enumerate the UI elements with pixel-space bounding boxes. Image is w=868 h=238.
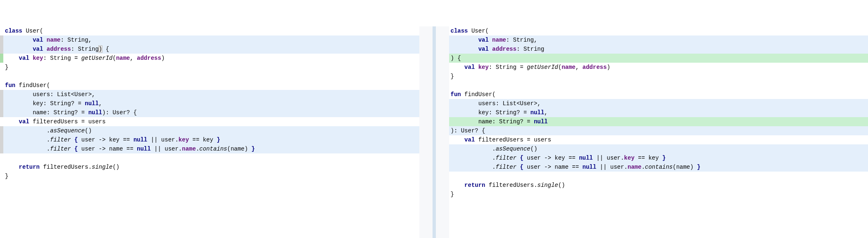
code-content: class User( — [3, 28, 419, 34]
code-content: } — [3, 64, 419, 71]
token: filter — [496, 155, 516, 161]
code-line[interactable]: val name: String, — [449, 35, 868, 45]
code-line[interactable]: class User( — [0, 26, 419, 35]
token: asSequence — [496, 146, 530, 152]
token: return — [464, 182, 489, 189]
code-line[interactable]: .filter { user -> key == null || user.ke… — [0, 135, 419, 144]
token: return — [19, 164, 43, 170]
token: } — [662, 155, 666, 161]
token: address — [492, 46, 516, 52]
code-content: name: String? = null): User? { — [3, 109, 419, 116]
diff-marker — [0, 63, 3, 72]
token: == key — [635, 155, 662, 161]
token: ): User? { — [451, 127, 485, 134]
code-line[interactable]: val filteredUsers = users — [0, 117, 419, 126]
code-line[interactable]: } — [449, 190, 868, 199]
code-line[interactable]: key: String? = null, — [0, 99, 419, 108]
token: name — [561, 64, 575, 71]
code-content: return filteredUsers.single() — [449, 182, 868, 189]
code-content: .filter { user -> key == null || user.ke… — [3, 137, 419, 143]
code-line[interactable]: ): User? { — [449, 126, 868, 135]
token: : String — [516, 46, 544, 52]
code-line[interactable]: .filter { user -> name == null || user.n… — [0, 144, 419, 153]
code-line[interactable] — [449, 81, 868, 90]
token: key — [478, 64, 489, 71]
token: } — [451, 73, 454, 80]
token: val — [33, 46, 47, 52]
token: name — [628, 164, 642, 170]
code-line[interactable]: name: String? = null — [449, 117, 868, 126]
token: null — [530, 109, 545, 116]
code-line[interactable]: } — [0, 172, 419, 181]
token: key: String? = — [5, 100, 85, 107]
token — [451, 182, 465, 189]
token: filteredUsers = users — [478, 137, 551, 143]
code-line[interactable]: val name: String, — [0, 35, 419, 45]
token — [516, 155, 520, 161]
diff-viewer: class User( val name: String, val addres… — [0, 26, 868, 238]
code-line[interactable]: .asSequence() — [449, 144, 868, 153]
token: name — [182, 146, 196, 152]
code-line[interactable]: val filteredUsers = users — [449, 135, 868, 144]
token: ) — [99, 46, 102, 52]
token: name: String? = — [5, 109, 88, 116]
code-line[interactable] — [449, 172, 868, 181]
token: || user. — [151, 146, 182, 152]
token: . — [5, 127, 50, 134]
token: } — [5, 173, 8, 179]
token: . — [642, 164, 645, 170]
token: } — [217, 137, 220, 143]
diff-marker — [0, 26, 3, 35]
code-line[interactable]: val key: String = getUserId(name, addres… — [449, 63, 868, 72]
code-line[interactable] — [0, 153, 419, 163]
token — [451, 37, 478, 43]
code-content: fun findUser( — [449, 91, 868, 98]
token: null — [85, 100, 99, 107]
code-line[interactable]: val address: String) { — [0, 45, 419, 54]
token: name — [492, 37, 506, 43]
left-gutter — [419, 26, 433, 238]
token — [5, 55, 19, 61]
token: (name) — [227, 146, 252, 152]
code-line[interactable]: fun findUser( — [449, 90, 868, 99]
diff-right-pane[interactable]: class User( val name: String, val addres… — [449, 26, 868, 238]
code-content: ): User? { — [449, 127, 868, 134]
diff-left-pane[interactable]: class User( val name: String, val addres… — [0, 26, 419, 238]
diff-marker — [0, 153, 3, 163]
token: filter — [50, 137, 71, 143]
diff-marker — [0, 126, 3, 135]
code-line[interactable]: name: String? = null): User? { — [0, 108, 419, 117]
token — [516, 164, 520, 170]
token: users: List<User>, — [5, 91, 95, 98]
code-line[interactable]: return filteredUsers.single() — [0, 163, 419, 172]
code-line[interactable]: } — [0, 63, 419, 72]
code-line[interactable]: .asSequence() — [0, 126, 419, 135]
token: ) — [161, 55, 164, 61]
code-line[interactable] — [0, 72, 419, 81]
token: user -> key == — [78, 137, 133, 143]
code-line[interactable]: key: String? = null, — [449, 108, 868, 117]
token: key: String? = — [451, 109, 530, 116]
token: } — [451, 191, 454, 198]
code-line[interactable]: class User( — [449, 26, 868, 35]
code-line[interactable]: val address: String — [449, 45, 868, 54]
code-line[interactable]: return filteredUsers.single() — [449, 181, 868, 190]
code-line[interactable]: fun findUser( — [0, 81, 419, 90]
code-content: } — [3, 173, 419, 179]
code-line[interactable]: .filter { user -> name == null || user.n… — [449, 163, 868, 172]
code-line[interactable]: users: List<User>, — [0, 90, 419, 99]
token: ) { — [451, 55, 461, 61]
token — [5, 46, 33, 52]
code-line[interactable]: .filter { user -> key == null || user.ke… — [449, 153, 868, 163]
code-line[interactable]: val key: String = getUserId(name, addres… — [0, 54, 419, 63]
code-line[interactable]: users: List<User>, — [449, 99, 868, 108]
diff-marker — [0, 99, 3, 108]
token: : String, — [60, 37, 92, 43]
diff-marker — [0, 54, 3, 63]
token: findUser( — [464, 91, 496, 98]
code-line[interactable]: ) { — [449, 54, 868, 63]
token: name — [47, 37, 61, 43]
token: filter — [496, 164, 516, 170]
code-content: val name: String, — [449, 37, 868, 43]
code-line[interactable]: } — [449, 72, 868, 81]
